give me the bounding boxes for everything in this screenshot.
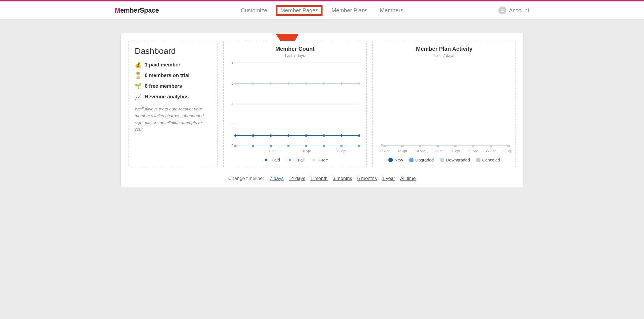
stat-free-label: 6 free members <box>145 83 182 89</box>
legend-item[interactable]: New <box>388 158 403 162</box>
stat-trial-label: 0 members on trial <box>145 73 190 78</box>
legend-label: Canceled <box>482 158 500 162</box>
svg-point-19 <box>305 134 307 137</box>
svg-text:0: 0 <box>381 144 383 148</box>
svg-point-80 <box>507 145 510 147</box>
chart-member-count-sub: Last 7 days <box>228 53 362 58</box>
top-nav: MemberSpace Customize Member Pages Membe… <box>0 1 644 20</box>
svg-point-29 <box>340 145 343 147</box>
legend-item[interactable]: Canceled <box>476 158 500 162</box>
stat-paid-label: 1 paid member <box>145 62 180 68</box>
chart-plan-activity: Member Plan Activity Last 7 days 016 Apr… <box>372 41 516 167</box>
svg-point-21 <box>340 134 343 137</box>
svg-point-78 <box>472 145 474 147</box>
chart-member-count-title: Member Count <box>228 46 362 52</box>
timeline-selector: Change timeline: 7 days 14 days 1 month … <box>128 176 516 181</box>
chart-member-count: Member Count Last 7 days 0246818 Apr20 A… <box>223 41 367 167</box>
svg-point-35 <box>305 82 307 85</box>
legend-item[interactable]: Free <box>310 158 328 162</box>
svg-text:6: 6 <box>232 81 234 85</box>
svg-text:20 Apr: 20 Apr <box>451 149 460 153</box>
legend-member-count: PaidTrialFree <box>228 158 362 162</box>
svg-text:16 Apr: 16 Apr <box>380 149 389 153</box>
timeline-option[interactable]: All time <box>400 176 416 181</box>
chart-plan-activity-title: Member Plan Activity <box>377 46 511 52</box>
svg-point-73 <box>384 145 386 147</box>
svg-text:22 Apr: 22 Apr <box>337 149 346 153</box>
svg-point-32 <box>252 82 254 85</box>
legend-label: Free <box>319 158 328 162</box>
svg-point-30 <box>358 145 360 147</box>
chart-plan-activity-svg: 016 Apr17 Apr18 Apr19 Apr20 Apr21 Apr22 … <box>377 61 511 155</box>
svg-point-26 <box>287 145 290 147</box>
svg-point-38 <box>358 82 360 85</box>
timeline-option[interactable]: 1 year <box>382 176 395 181</box>
legend-item[interactable]: Trial <box>286 158 304 162</box>
money-bag-icon: 💰 <box>135 61 141 68</box>
chart-member-count-svg: 0246818 Apr20 Apr22 Apr <box>228 61 362 155</box>
hourglass-icon: ⏳ <box>135 72 141 79</box>
main-card: Dashboard 💰 1 paid member ⏳ 0 members on… <box>120 33 524 187</box>
account-menu[interactable]: Account <box>498 6 529 14</box>
svg-point-34 <box>287 82 290 85</box>
legend-item[interactable]: Upgraded <box>409 158 434 162</box>
timeline-option[interactable]: 14 days <box>289 176 305 181</box>
legend-item[interactable]: Paid <box>262 158 280 162</box>
nav-link-member-plans[interactable]: Member Plans <box>329 6 370 15</box>
svg-point-0 <box>501 9 503 10</box>
nav-link-member-pages[interactable]: Member Pages <box>280 6 319 15</box>
svg-text:23 Apr: 23 Apr <box>504 149 511 153</box>
legend-label: Paid <box>272 158 280 162</box>
highlight-box: Member Pages <box>276 5 323 16</box>
timeline-label: Change timeline: <box>228 176 264 181</box>
svg-text:18 Apr: 18 Apr <box>415 149 425 153</box>
svg-point-15 <box>234 134 237 137</box>
dashboard-sidebar: Dashboard 💰 1 paid member ⏳ 0 members on… <box>128 41 218 167</box>
svg-point-79 <box>490 145 492 147</box>
legend-plan-activity: NewUpgradedDowngradedCanceled <box>377 158 511 162</box>
svg-point-25 <box>270 145 272 147</box>
svg-point-24 <box>252 145 254 147</box>
svg-point-76 <box>437 145 439 147</box>
avatar-icon <box>498 6 506 14</box>
dashboard-title: Dashboard <box>135 46 211 56</box>
legend-label: Upgraded <box>415 158 434 162</box>
timeline-option[interactable]: 1 month <box>310 176 327 181</box>
timeline-option[interactable]: 7 days <box>270 176 284 181</box>
chart-plan-activity-sub: Last 7 days <box>377 53 511 58</box>
stat-paid[interactable]: 💰 1 paid member <box>135 61 211 68</box>
legend-label: New <box>395 158 403 162</box>
legend-label: Trial <box>296 158 304 162</box>
legend-label: Downgraded <box>446 158 470 162</box>
stat-trial[interactable]: ⏳ 0 members on trial <box>135 72 211 79</box>
stat-revenue-label: Revenue analytics <box>145 94 189 100</box>
svg-point-17 <box>270 134 272 137</box>
legend-item[interactable]: Downgraded <box>440 158 470 162</box>
svg-point-20 <box>323 134 325 137</box>
chart-icon: 📈 <box>135 93 141 100</box>
svg-point-18 <box>287 134 290 137</box>
svg-text:21 Apr: 21 Apr <box>468 149 478 153</box>
svg-point-74 <box>401 145 403 147</box>
nav-link-members[interactable]: Members <box>378 6 405 15</box>
svg-text:20 Apr: 20 Apr <box>301 149 311 153</box>
svg-point-33 <box>270 82 272 85</box>
svg-point-28 <box>323 145 325 147</box>
svg-point-22 <box>358 134 360 137</box>
nav-link-customize[interactable]: Customize <box>239 6 269 15</box>
account-label: Account <box>509 7 529 14</box>
svg-text:19 Apr: 19 Apr <box>433 149 442 153</box>
stat-free[interactable]: 🌱 6 free members <box>135 83 211 89</box>
svg-text:22 Apr: 22 Apr <box>486 149 495 153</box>
timeline-option[interactable]: 3 months <box>333 176 352 181</box>
svg-text:2: 2 <box>232 123 234 127</box>
seedling-icon: 🌱 <box>135 83 141 89</box>
stat-revenue[interactable]: 📈 Revenue analytics <box>135 93 211 100</box>
brand-logo: MemberSpace <box>115 6 159 14</box>
svg-text:0: 0 <box>232 144 234 148</box>
nav-links: Customize Member Pages Member Plans Memb… <box>239 6 405 15</box>
svg-point-77 <box>454 145 456 147</box>
auto-recover-note: We'll always try to auto-recover your me… <box>135 106 211 133</box>
timeline-option[interactable]: 6 months <box>357 176 377 181</box>
svg-point-75 <box>419 145 421 147</box>
